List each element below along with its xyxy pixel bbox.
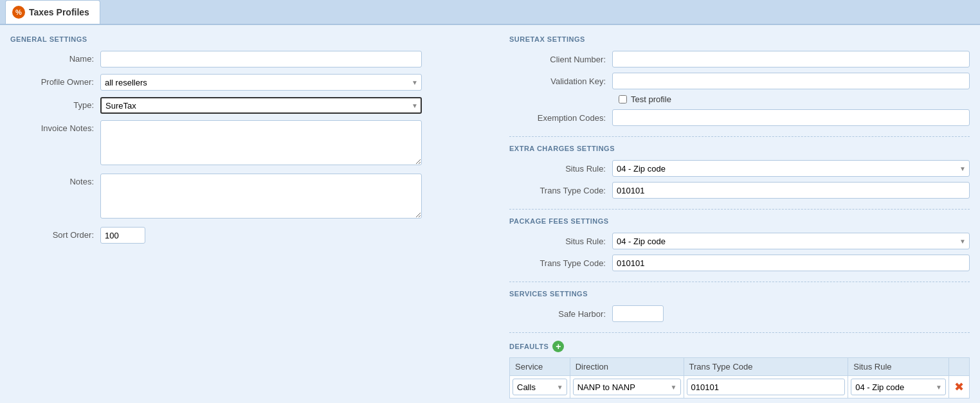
name-label: Name: — [10, 51, 100, 64]
pkg-trans-type-control — [612, 255, 970, 271]
extra-charges-section: EXTRA CHARGES SETTINGS Situs Rule: 04 - … — [509, 145, 970, 199]
suretax-settings-title: SURETAX SETTINGS — [509, 35, 970, 43]
col-service: Service — [510, 358, 570, 376]
sort-order-label: Sort Order: — [10, 227, 100, 240]
extra-situs-rule-select[interactable]: 04 - Zip code — [612, 160, 970, 177]
validation-key-label: Validation Key: — [509, 76, 612, 86]
services-settings-title: SERVICES SETTINGS — [509, 290, 970, 298]
pkg-situs-rule-control: 04 - Zip code ▼ — [612, 233, 970, 249]
pkg-trans-type-input[interactable] — [612, 255, 970, 271]
client-number-label: Client Number: — [509, 55, 612, 64]
defaults-section: DEFAULTS + Service Direction Trans Type … — [509, 341, 970, 399]
extra-charges-title: EXTRA CHARGES SETTINGS — [509, 145, 970, 152]
general-settings-title: GENERAL SETTINGS — [10, 35, 499, 43]
notes-control — [100, 174, 422, 220]
divider-3 — [509, 282, 970, 282]
invoice-notes-label: Invoice Notes: — [10, 120, 100, 133]
invoice-notes-row: Invoice Notes: — [10, 120, 499, 167]
pkg-situs-rule-select[interactable]: 04 - Zip code — [612, 233, 970, 249]
pkg-trans-type-label: Trans Type Code: — [509, 258, 612, 268]
service-cell: Calls ▼ — [510, 376, 570, 399]
tab-icon: % — [12, 6, 25, 19]
profile-owner-select[interactable]: all resellers — [100, 74, 422, 91]
notes-row: Notes: — [10, 174, 499, 220]
row-trans-type-input[interactable] — [687, 379, 846, 395]
service-select[interactable]: Calls — [513, 379, 567, 395]
client-number-input[interactable] — [612, 51, 970, 67]
sort-order-row: Sort Order: — [10, 227, 499, 244]
notes-label: Notes: — [10, 174, 100, 186]
notes-textarea[interactable] — [100, 174, 422, 219]
invoice-notes-control — [100, 120, 422, 167]
extra-situs-rule-row: Situs Rule: 04 - Zip code ▼ — [509, 160, 970, 177]
profile-owner-wrapper: all resellers ▼ — [100, 74, 422, 91]
add-default-button[interactable]: + — [552, 341, 564, 352]
defaults-table: Service Direction Trans Type Code Situs … — [509, 357, 970, 399]
type-wrapper: SureTax ▼ — [100, 97, 422, 114]
exemption-codes-label: Exemption Codes: — [509, 113, 612, 123]
services-section: SERVICES SETTINGS Safe Harbor: — [509, 290, 970, 322]
pkg-trans-type-row: Trans Type Code: — [509, 255, 970, 271]
package-fees-section: PACKAGE FEES SETTINGS Situs Rule: 04 - Z… — [509, 217, 970, 271]
delete-row-button[interactable]: ✖ — [952, 380, 966, 394]
profile-owner-row: Profile Owner: all resellers ▼ — [10, 74, 499, 91]
sort-order-input[interactable] — [100, 227, 145, 244]
validation-key-input[interactable] — [612, 73, 970, 89]
sort-order-control — [100, 227, 422, 244]
col-actions — [949, 358, 970, 376]
validation-key-row: Validation Key: — [509, 73, 970, 89]
table-row: Calls ▼ NANP to NANP ▼ — [510, 376, 970, 399]
type-label: Type: — [10, 97, 100, 110]
profile-owner-label: Profile Owner: — [10, 74, 100, 87]
pkg-situs-rule-label: Situs Rule: — [509, 237, 612, 246]
safe-harbor-control — [612, 305, 970, 322]
test-profile-checkbox[interactable] — [619, 95, 627, 103]
divider-2 — [509, 209, 970, 210]
pkg-situs-rule-row: Situs Rule: 04 - Zip code ▼ — [509, 233, 970, 249]
extra-situs-rule-label: Situs Rule: — [509, 164, 612, 174]
defaults-title: DEFAULTS — [509, 343, 549, 350]
extra-trans-type-row: Trans Type Code: — [509, 182, 970, 199]
test-profile-row: Test profile — [619, 94, 970, 104]
left-panel: GENERAL SETTINGS Name: Profile Owner: al… — [10, 35, 499, 403]
tab-bar: % Taxes Profiles — [0, 0, 980, 25]
safe-harbor-label: Safe Harbor: — [509, 309, 612, 319]
exemption-codes-row: Exemption Codes: — [509, 109, 970, 126]
type-select[interactable]: SureTax — [100, 97, 422, 114]
type-control: SureTax ▼ — [100, 97, 422, 114]
client-number-row: Client Number: — [509, 51, 970, 67]
test-profile-label: Test profile — [631, 94, 671, 104]
suretax-section: SURETAX SETTINGS Client Number: Validati… — [509, 35, 970, 126]
invoice-notes-textarea[interactable] — [100, 120, 422, 165]
direction-select[interactable]: NANP to NANP — [573, 379, 681, 395]
col-situs-rule: Situs Rule — [848, 358, 949, 376]
extra-situs-rule-control: 04 - Zip code ▼ — [612, 160, 970, 177]
trans-type-cell — [684, 376, 848, 399]
divider-4 — [509, 332, 970, 333]
tab-label: Taxes Profiles — [29, 7, 89, 17]
name-row: Name: — [10, 51, 499, 67]
defaults-header: DEFAULTS + — [509, 341, 970, 352]
client-number-control — [612, 51, 970, 67]
safe-harbor-input[interactable] — [612, 305, 664, 322]
package-fees-title: PACKAGE FEES SETTINGS — [509, 217, 970, 225]
extra-trans-type-label: Trans Type Code: — [509, 186, 612, 195]
col-trans-type-code: Trans Type Code — [684, 358, 848, 376]
row-situs-rule-select[interactable]: 04 - Zip code — [851, 379, 946, 395]
name-control — [100, 51, 422, 67]
taxes-profiles-tab[interactable]: % Taxes Profiles — [5, 0, 100, 24]
delete-cell: ✖ — [949, 376, 970, 399]
exemption-codes-input[interactable] — [612, 109, 970, 126]
validation-key-control — [612, 73, 970, 89]
col-direction: Direction — [570, 358, 684, 376]
extra-trans-type-input[interactable] — [612, 182, 970, 199]
extra-trans-type-control — [612, 182, 970, 199]
exemption-codes-control — [612, 109, 970, 126]
safe-harbor-row: Safe Harbor: — [509, 305, 970, 322]
direction-cell: NANP to NANP ▼ — [570, 376, 684, 399]
divider-1 — [509, 136, 970, 137]
situs-rule-cell: 04 - Zip code ▼ — [848, 376, 949, 399]
name-input[interactable] — [100, 51, 422, 67]
type-row: Type: SureTax ▼ — [10, 97, 499, 114]
profile-owner-control: all resellers ▼ — [100, 74, 422, 91]
